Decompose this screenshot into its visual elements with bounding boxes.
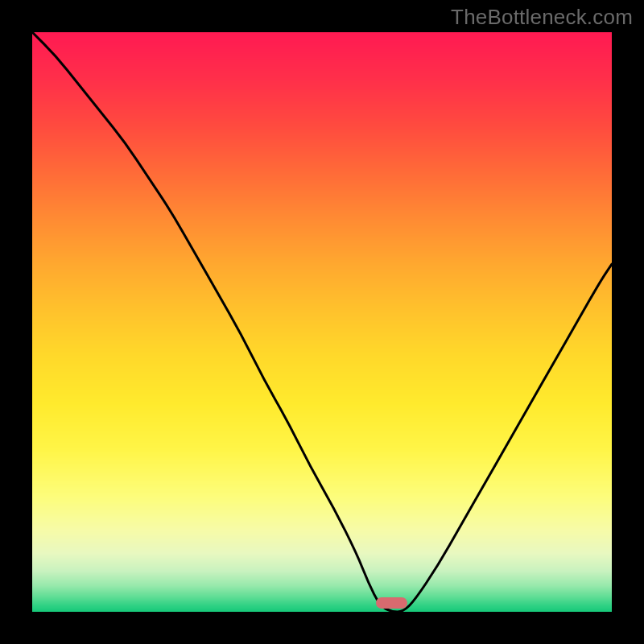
bottleneck-curve <box>32 32 612 612</box>
optimal-marker <box>376 597 408 609</box>
watermark-text: TheBottleneck.com <box>451 5 633 30</box>
chart-frame: TheBottleneck.com <box>0 0 644 644</box>
plot-area <box>32 32 612 612</box>
